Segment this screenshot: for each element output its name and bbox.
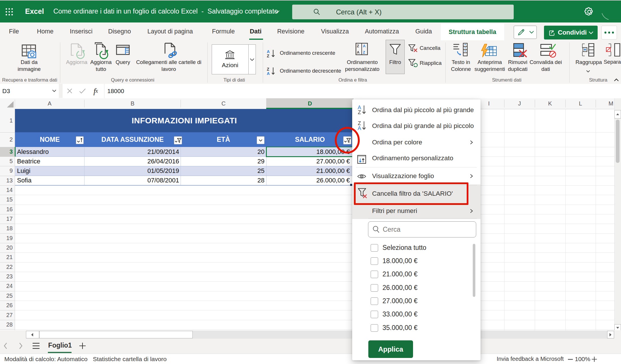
svg-text:Z: Z bbox=[358, 110, 361, 115]
